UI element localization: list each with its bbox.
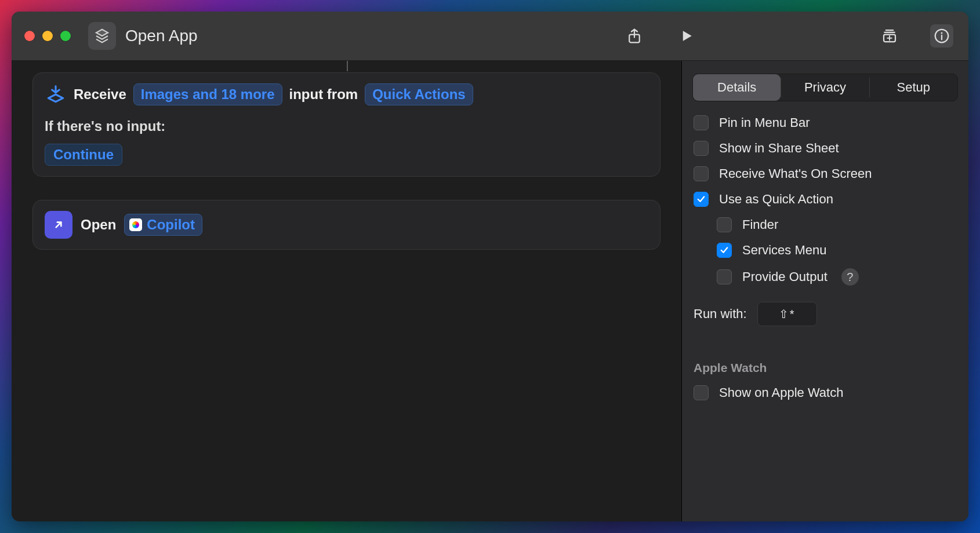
shortcut-icon xyxy=(88,22,116,50)
no-input-label: If there's no input: xyxy=(45,118,648,134)
keyboard-shortcut-field[interactable]: ⇧* xyxy=(757,302,817,326)
checkbox[interactable] xyxy=(717,243,732,258)
option-use-quick-action[interactable]: Use as Quick Action xyxy=(694,192,957,207)
receive-icon xyxy=(45,83,67,105)
content-area: Receive Images and 18 more input from Qu… xyxy=(12,61,968,521)
minimize-window-button[interactable] xyxy=(42,31,53,41)
option-label: Services Menu xyxy=(742,243,827,258)
option-label: Show in Share Sheet xyxy=(719,141,839,156)
window-title[interactable]: Open App xyxy=(125,27,198,45)
connector-line xyxy=(347,61,348,71)
option-label: Use as Quick Action xyxy=(719,192,833,207)
tab-privacy[interactable]: Privacy xyxy=(781,74,869,101)
run-with-label: Run with: xyxy=(694,306,747,322)
toolbar-right xyxy=(623,24,953,48)
input-types-token[interactable]: Images and 18 more xyxy=(133,83,282,105)
option-receive-on-screen[interactable]: Receive What's On Screen xyxy=(694,166,957,181)
window-controls xyxy=(24,31,71,41)
checkbox[interactable] xyxy=(717,217,732,232)
share-button[interactable] xyxy=(623,24,646,48)
open-app-action-block[interactable]: Open Copilot xyxy=(32,200,660,250)
open-app-icon xyxy=(45,211,72,239)
close-window-button[interactable] xyxy=(24,31,35,41)
zoom-window-button[interactable] xyxy=(60,31,71,41)
option-label: Show on Apple Watch xyxy=(719,385,843,400)
checkbox[interactable] xyxy=(694,115,709,130)
tab-details[interactable]: Details xyxy=(693,74,781,101)
apple-watch-header: Apple Watch xyxy=(694,361,957,375)
option-show-share-sheet[interactable]: Show in Share Sheet xyxy=(694,141,957,156)
tab-setup[interactable]: Setup xyxy=(870,74,957,101)
inspector-panel: Details Privacy Setup Pin in Menu Bar Sh… xyxy=(681,61,968,521)
receive-prefix: Receive xyxy=(74,86,126,103)
app-window: Open App xyxy=(12,12,968,521)
receive-input-block[interactable]: Receive Images and 18 more input from Qu… xyxy=(32,72,660,177)
option-label: Finder xyxy=(742,217,778,232)
workflow-editor[interactable]: Receive Images and 18 more input from Qu… xyxy=(12,61,681,521)
input-source-token[interactable]: Quick Actions xyxy=(365,83,473,105)
checkbox[interactable] xyxy=(717,269,732,284)
run-button[interactable] xyxy=(675,24,698,48)
help-icon[interactable]: ? xyxy=(841,268,859,286)
open-action-label: Open xyxy=(81,217,116,233)
app-token[interactable]: Copilot xyxy=(124,214,202,236)
info-toggle-button[interactable] xyxy=(930,24,953,48)
option-label: Pin in Menu Bar xyxy=(719,115,810,130)
titlebar: Open App xyxy=(12,12,968,61)
app-name: Copilot xyxy=(147,217,195,233)
library-toggle-button[interactable] xyxy=(878,24,901,48)
option-label: Provide Output xyxy=(742,269,827,284)
option-show-on-apple-watch[interactable]: Show on Apple Watch xyxy=(694,385,957,400)
checkbox[interactable] xyxy=(694,385,709,400)
no-input-action-token[interactable]: Continue xyxy=(45,144,122,166)
copilot-app-icon xyxy=(129,218,142,231)
details-options: Pin in Menu Bar Show in Share Sheet Rece… xyxy=(682,112,968,404)
checkbox[interactable] xyxy=(694,166,709,181)
option-pin-menu-bar[interactable]: Pin in Menu Bar xyxy=(694,115,957,130)
run-with-row: Run with: ⇧* xyxy=(694,302,957,326)
option-finder[interactable]: Finder xyxy=(717,217,957,232)
inspector-tabs: Details Privacy Setup xyxy=(692,74,958,101)
checkbox[interactable] xyxy=(694,141,709,156)
receive-mid: input from xyxy=(289,86,358,103)
option-services-menu[interactable]: Services Menu xyxy=(717,243,957,258)
option-provide-output[interactable]: Provide Output ? xyxy=(717,268,957,286)
svg-point-3 xyxy=(941,32,943,34)
option-label: Receive What's On Screen xyxy=(719,166,872,181)
checkbox[interactable] xyxy=(694,192,709,207)
